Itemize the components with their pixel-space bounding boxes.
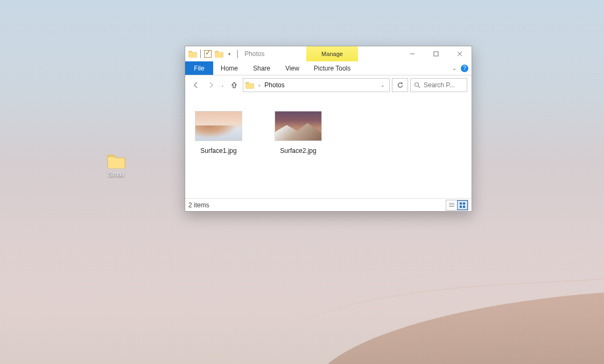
svg-rect-10 [463, 202, 465, 205]
view-details-button[interactable] [446, 200, 457, 210]
nav-back-button[interactable] [189, 79, 202, 92]
close-button[interactable] [448, 46, 472, 61]
qat-separator [200, 50, 201, 58]
view-large-icons-button[interactable] [457, 200, 468, 210]
address-bar[interactable]: › Photos ⌄ [243, 78, 390, 92]
refresh-button[interactable] [392, 78, 408, 92]
tab-picture-tools-label: Picture Tools [314, 65, 350, 72]
file-tab-label: File [194, 65, 204, 72]
qat-customize-dropdown[interactable]: ▾ [227, 52, 230, 57]
file-item[interactable]: Surface1.jpg [192, 111, 245, 155]
svg-point-4 [415, 83, 419, 87]
nav-up-button[interactable] [228, 79, 241, 92]
svg-rect-6 [449, 203, 454, 204]
view-mode-toggle [446, 200, 468, 211]
file-thumbnail [195, 111, 242, 141]
window-title: Photos [244, 50, 264, 58]
window-controls [401, 46, 472, 61]
desktop-folder-small[interactable]: Small [100, 153, 132, 178]
search-icon [414, 82, 420, 88]
address-history-dropdown[interactable]: ⌄ [381, 82, 387, 88]
status-item-count: 2 items [188, 201, 209, 209]
svg-line-5 [418, 86, 420, 88]
svg-rect-12 [463, 206, 465, 208]
tab-home-label: Home [221, 65, 238, 72]
file-name-label: Surface1.jpg [200, 147, 236, 155]
breadcrumb-separator-icon[interactable]: › [256, 82, 262, 88]
contextual-tab-header[interactable]: Manage [306, 46, 358, 61]
tab-view[interactable]: View [278, 61, 307, 75]
title-bar[interactable]: ▾ | Photos Manage [185, 46, 472, 61]
quick-access-toolbar: ▾ | Photos [185, 49, 265, 59]
status-bar: 2 items [185, 198, 472, 211]
folder-icon [100, 153, 132, 169]
svg-rect-11 [460, 206, 462, 208]
svg-rect-7 [449, 205, 454, 205]
breadcrumb-current[interactable]: Photos [264, 81, 284, 89]
tab-share-label: Share [253, 65, 270, 72]
folder-icon [188, 50, 197, 58]
tab-share[interactable]: Share [245, 61, 278, 75]
new-folder-icon[interactable] [215, 50, 223, 58]
ribbon-tabs: File Home Share View Picture Tools ⌄ ? [185, 61, 472, 75]
file-menu-tab[interactable]: File [185, 61, 213, 75]
file-list-pane[interactable]: Surface1.jpg Surface2.jpg [185, 95, 472, 198]
ribbon-expand-button[interactable]: ⌄ [452, 65, 456, 71]
search-box[interactable] [410, 78, 467, 92]
search-input[interactable] [424, 81, 461, 89]
title-separator: | [234, 49, 241, 59]
contextual-tab-label: Manage [321, 51, 343, 57]
tab-view-label: View [285, 65, 299, 72]
file-explorer-window: ▾ | Photos Manage File Home Share [185, 46, 472, 212]
svg-rect-8 [449, 206, 454, 207]
desktop-folder-label: Small [100, 171, 132, 178]
minimize-button[interactable] [401, 46, 424, 61]
file-name-label: Surface2.jpg [280, 147, 316, 155]
maximize-button[interactable] [424, 46, 448, 61]
file-item[interactable]: Surface2.jpg [271, 111, 325, 155]
recent-locations-dropdown[interactable]: ⌄ [220, 83, 226, 88]
file-thumbnail [275, 111, 322, 141]
tab-home[interactable]: Home [213, 61, 245, 75]
help-button[interactable]: ? [461, 65, 468, 72]
svg-rect-1 [434, 52, 438, 56]
nav-forward-button[interactable] [205, 79, 217, 92]
svg-rect-9 [460, 202, 462, 205]
tab-picture-tools[interactable]: Picture Tools [306, 61, 358, 75]
properties-icon[interactable] [204, 50, 212, 58]
folder-icon [245, 81, 254, 89]
navigation-bar: ⌄ › Photos ⌄ [185, 75, 472, 95]
